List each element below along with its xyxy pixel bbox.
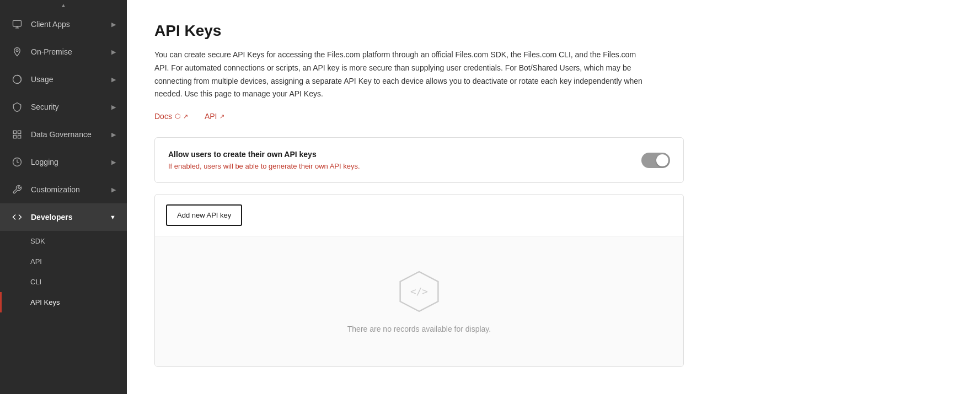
sidebar-subitem-api[interactable]: API xyxy=(0,251,127,272)
sidebar-subitem-api-keys-label: API Keys xyxy=(30,298,60,306)
sidebar-item-client-apps[interactable]: Client Apps ▶ xyxy=(0,10,127,38)
sidebar-item-customization[interactable]: Customization ▶ xyxy=(0,176,127,203)
sidebar-item-usage-label: Usage xyxy=(31,75,53,84)
empty-state-text: There are no records available for displ… xyxy=(347,325,491,333)
monitor-icon xyxy=(11,18,23,30)
sidebar-item-client-apps-label: Client Apps xyxy=(31,20,70,29)
chart-icon xyxy=(11,73,23,85)
sidebar-item-security-label: Security xyxy=(31,102,59,111)
sidebar: ▲ Client Apps ▶ On-Premise ▶ Usage ▶ xyxy=(0,0,127,394)
chevron-right-icon: ▶ xyxy=(111,21,116,28)
sidebar-item-data-governance-label: Data Governance xyxy=(31,130,92,139)
api-link[interactable]: API ↗ xyxy=(205,112,225,121)
sidebar-item-logging-label: Logging xyxy=(31,158,58,166)
api-link-label: API xyxy=(205,112,217,121)
docs-link-label: Docs xyxy=(154,112,172,121)
sidebar-subitem-cli[interactable]: CLI xyxy=(0,272,127,292)
add-api-key-button[interactable]: Add new API key xyxy=(166,204,242,226)
page-description: You can create secure API Keys for acces… xyxy=(154,48,651,101)
sidebar-item-on-premise-label: On-Premise xyxy=(31,47,72,56)
empty-state-icon: </> xyxy=(397,269,441,314)
sidebar-subitem-sdk-label: SDK xyxy=(30,237,45,245)
clock-icon xyxy=(11,156,23,168)
sidebar-item-customization-label: Customization xyxy=(31,185,80,194)
allow-users-card-subtitle: If enabled, users will be able to genera… xyxy=(168,162,641,170)
location-icon xyxy=(11,46,23,58)
sidebar-item-usage[interactable]: Usage ▶ xyxy=(0,66,127,93)
sidebar-item-data-governance[interactable]: Data Governance ▶ xyxy=(0,121,127,148)
svg-rect-4 xyxy=(18,131,21,133)
wrench-icon xyxy=(11,183,23,196)
scroll-top-indicator: ▲ xyxy=(0,0,127,10)
allow-users-card-title: Allow users to create their own API keys xyxy=(168,150,641,159)
svg-rect-3 xyxy=(13,131,16,133)
api-keys-header: Add new API key xyxy=(155,195,683,236)
grid-icon xyxy=(11,128,23,141)
sidebar-item-developers-label: Developers xyxy=(31,213,72,222)
svg-rect-0 xyxy=(13,20,22,26)
svg-rect-5 xyxy=(13,136,16,138)
chevron-right-icon: ▶ xyxy=(111,104,116,111)
svg-text:</>: </> xyxy=(410,287,428,298)
chevron-right-icon: ▶ xyxy=(111,76,116,83)
empty-state: </> There are no records available for d… xyxy=(155,236,683,366)
sidebar-item-security[interactable]: Security ▶ xyxy=(0,93,127,121)
external-link-icon-2: ↗ xyxy=(219,113,224,120)
chevron-right-icon: ▶ xyxy=(111,186,116,193)
allow-users-toggle[interactable] xyxy=(641,153,670,168)
docs-link[interactable]: Docs ⬡ ↗ xyxy=(154,112,188,121)
external-link-icon: ⬡ xyxy=(175,112,180,120)
code-icon xyxy=(11,211,23,223)
sidebar-subitem-cli-label: CLI xyxy=(30,278,41,286)
allow-users-card: Allow users to create their own API keys… xyxy=(154,137,684,183)
page-title: API Keys xyxy=(154,22,952,40)
sidebar-item-on-premise[interactable]: On-Premise ▶ xyxy=(0,38,127,66)
external-icon-arrow: ↗ xyxy=(183,113,188,120)
chevron-right-icon: ▶ xyxy=(111,159,116,166)
chevron-right-icon: ▶ xyxy=(111,48,116,56)
links-row: Docs ⬡ ↗ API ↗ xyxy=(154,112,952,121)
sidebar-subitem-api-label: API xyxy=(30,257,42,266)
api-keys-box: Add new API key </> There are no records… xyxy=(154,194,684,367)
chevron-down-icon: ▼ xyxy=(110,214,116,220)
sidebar-item-logging[interactable]: Logging ▶ xyxy=(0,148,127,176)
sidebar-subitem-api-keys[interactable]: API Keys xyxy=(0,292,127,312)
svg-point-1 xyxy=(16,50,18,52)
chevron-right-icon: ▶ xyxy=(111,131,116,138)
sidebar-subitem-sdk[interactable]: SDK xyxy=(0,231,127,251)
sidebar-item-developers[interactable]: Developers ▼ xyxy=(0,203,127,231)
toggle-knob xyxy=(656,154,668,166)
allow-users-card-content: Allow users to create their own API keys… xyxy=(168,150,641,170)
shield-icon xyxy=(11,101,23,113)
svg-rect-6 xyxy=(18,136,21,138)
main-content: API Keys You can create secure API Keys … xyxy=(127,0,980,394)
